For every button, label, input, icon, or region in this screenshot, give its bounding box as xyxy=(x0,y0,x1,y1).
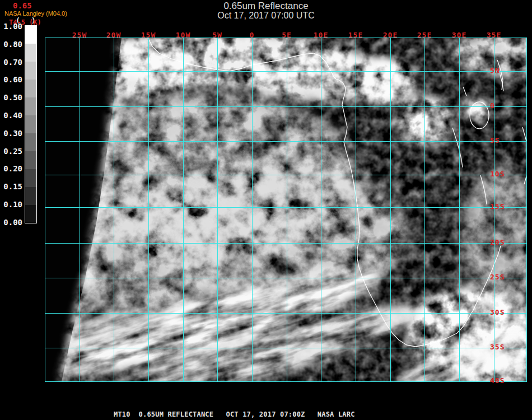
grid-parallel-line xyxy=(45,381,527,382)
colorbar-segment xyxy=(25,62,36,80)
colorbar-segment xyxy=(25,26,36,44)
page-subtitle: Oct 17, 2017 07:00 UTC xyxy=(0,11,532,21)
colorbar-segment xyxy=(25,169,36,187)
header: 0.65um Reflectance Oct 17, 2017 07:00 UT… xyxy=(0,1,532,21)
colorbar-tick-label: 0.30 xyxy=(0,129,22,138)
longitude-label: 30E xyxy=(447,31,472,39)
grid-meridian-line xyxy=(526,38,527,381)
longitude-label: 25W xyxy=(67,31,92,39)
grid-meridian-line xyxy=(183,38,184,381)
footer-caption: MT10 0.65UM REFLECTANCE OCT 17, 2017 07:… xyxy=(114,410,355,418)
longitude-label: 5E xyxy=(274,31,299,39)
latitude-label: 40S xyxy=(490,376,524,385)
grid-meridian-line xyxy=(252,38,253,381)
colorbar-segment xyxy=(25,187,36,205)
grid-parallel-line xyxy=(45,278,527,278)
grid-meridian-line xyxy=(459,38,460,381)
colorbar-tick-label: 0.15 xyxy=(0,182,22,191)
reflectance-colorbar xyxy=(25,25,37,223)
longitude-label: 0 xyxy=(240,31,264,39)
latitude-label: 5S xyxy=(490,136,524,144)
grid-meridian-line xyxy=(356,38,356,381)
grid-parallel-line xyxy=(45,175,527,175)
grid-meridian-line xyxy=(321,38,321,381)
satellite-image-page: 0.65um Reflectance Oct 17, 2017 07:00 UT… xyxy=(0,0,532,420)
colorbar-tick-label: 0.80 xyxy=(0,40,22,49)
grid-meridian-line xyxy=(287,38,287,381)
colorbar-tick-label: 0.50 xyxy=(0,93,22,102)
page-title: 0.65um Reflectance xyxy=(0,1,532,11)
colorbar-segment xyxy=(25,133,36,151)
satellite-map: 25W20W15W10W5W05E10E15E20E25E30E35E5N05S… xyxy=(45,38,527,381)
grid-parallel-line xyxy=(45,313,527,314)
colorbar-segment xyxy=(25,80,36,97)
colorbar-tick-label: 0.40 xyxy=(0,111,22,120)
grid-meridian-line xyxy=(114,38,114,381)
grid-parallel-line xyxy=(45,141,527,142)
grid-meridian-line xyxy=(45,38,45,381)
colorbar-segment xyxy=(25,151,36,169)
longitude-label: 10E xyxy=(309,31,333,39)
colorbar-tick-label: 0.00 xyxy=(0,218,22,227)
grid-meridian-line xyxy=(217,38,218,381)
longitude-label: 35E xyxy=(482,31,506,39)
latitude-label: 5N xyxy=(490,66,524,74)
grid-parallel-line xyxy=(45,106,527,107)
colorbar-tick-label: 0.20 xyxy=(0,164,22,173)
colorbar-tick-label: 0.25 xyxy=(0,147,22,156)
latitude-label: 35S xyxy=(490,343,524,351)
colorbar-segment xyxy=(25,115,36,133)
latitude-label: 0 xyxy=(490,101,524,110)
channel-label: 0.65 xyxy=(13,1,32,10)
latitude-label: 15S xyxy=(490,202,524,211)
longitude-label: 15E xyxy=(343,31,368,39)
colorbar-tick-label: 1.00 xyxy=(0,22,22,31)
latitude-label: 10S xyxy=(490,170,524,178)
cloud-imagery xyxy=(45,38,527,381)
grid-meridian-line xyxy=(148,38,149,381)
longitude-label: 20W xyxy=(101,31,126,39)
grid-meridian-line xyxy=(424,38,425,381)
colorbar-segment xyxy=(25,44,36,62)
grid-parallel-line xyxy=(45,243,527,244)
longitude-label: 20E xyxy=(378,31,403,39)
colorbar-tick-label: 0.70 xyxy=(0,58,22,67)
latitude-label: 30S xyxy=(490,308,524,316)
grid-meridian-line xyxy=(390,38,391,381)
colorbar-tick-label: 0.10 xyxy=(0,200,22,209)
colorbar-segment xyxy=(25,205,36,223)
longitude-label: 10W xyxy=(171,31,195,39)
colorbar-segment xyxy=(25,97,36,115)
grid-parallel-line xyxy=(45,348,527,348)
grid-parallel-line xyxy=(45,71,527,72)
colorbar-tick-label: 0.60 xyxy=(0,75,22,84)
latitude-label: 25S xyxy=(490,273,524,281)
grid-parallel-line xyxy=(45,207,527,208)
longitude-label: 5W xyxy=(205,31,230,39)
longitude-label: 15W xyxy=(136,31,161,39)
latitude-label: 20S xyxy=(490,238,524,246)
grid-meridian-line xyxy=(80,38,80,381)
longitude-label: 25E xyxy=(412,31,437,39)
